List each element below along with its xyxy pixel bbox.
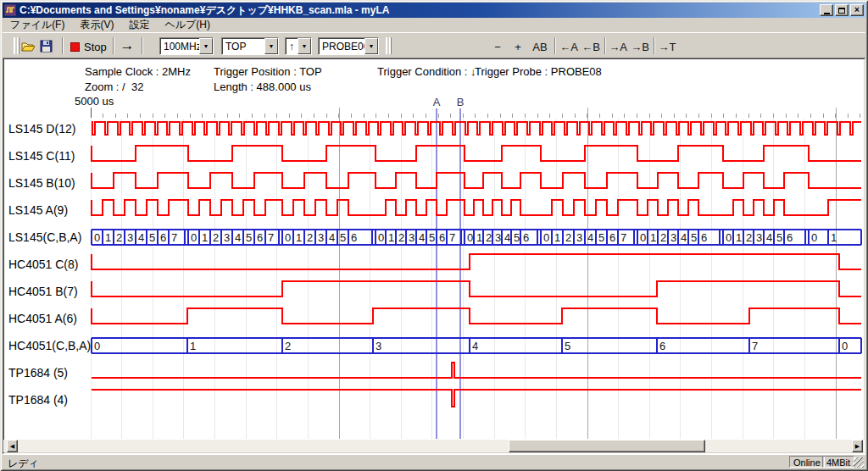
channel-label: HC4051 A(6) <box>8 310 77 327</box>
status-bar: レディ Online 4MBit <box>3 454 865 468</box>
chevron-down-icon[interactable]: ▼ <box>199 38 213 54</box>
minimize-icon <box>824 13 830 14</box>
minimize-button[interactable] <box>820 4 833 16</box>
menu-item-file[interactable]: ファイル(F) <box>3 17 72 33</box>
toolbar-separator <box>62 37 64 54</box>
channel-label: LS145 B(10) <box>8 175 75 191</box>
app-icon <box>4 4 16 16</box>
trigger-edge-combobox[interactable]: ↑ ▼ <box>285 37 312 55</box>
menu-item-settings[interactable]: 設定 <box>121 17 157 33</box>
scrollbar-thumb[interactable] <box>509 440 705 452</box>
trigger-probe-combobox[interactable]: PROBE00 ▼ <box>318 37 379 55</box>
sample-clock-info: Sample Clock : 2MHz <box>85 65 191 78</box>
status-memory-badge: 4MBit <box>822 456 854 468</box>
trigger-position-info: Trigger Position : TOP <box>214 65 322 78</box>
toolbar: Stop → 100MHz ▼ TOP ▼ ↑ ▼ PROBE00 ▼ − + … <box>3 32 865 58</box>
stop-label: Stop <box>84 41 107 53</box>
toolbar-separator <box>113 37 114 54</box>
channel-label: LS145(C,B,A) <box>8 229 81 246</box>
set-marker-a-button[interactable]: →A <box>608 38 628 55</box>
horizontal-scrollbar[interactable]: ◀ ▶ <box>3 440 865 452</box>
channel-label: HC4051(C,B,A) <box>8 337 91 354</box>
toolbar-separator <box>554 37 556 54</box>
length-info: Length : 488.000 us <box>214 80 311 93</box>
close-button[interactable]: × <box>850 4 864 16</box>
trigger-position-value: TOP <box>222 38 264 54</box>
stop-icon <box>70 42 80 52</box>
close-icon: × <box>854 6 860 14</box>
menu-bar: ファイル(F)表示(V)設定ヘルプ(H) <box>3 18 865 32</box>
sample-clock-combobox[interactable]: 100MHz ▼ <box>159 37 214 55</box>
goto-trigger-button[interactable]: →T <box>657 38 677 55</box>
waveform-client-area <box>3 58 865 454</box>
title-bar: C:¥Documents and Settings¥noname¥デスクトップ¥… <box>3 3 865 18</box>
scroll-left-button[interactable]: ◀ <box>7 440 18 452</box>
chevron-down-icon[interactable]: ▼ <box>298 38 311 54</box>
chevron-down-icon[interactable]: ▼ <box>364 38 378 54</box>
channel-label: LS145 D(12) <box>8 120 75 137</box>
scroll-left-icon: ◀ <box>10 443 14 450</box>
toolbar-separator <box>604 37 606 54</box>
floppy-disk-icon <box>40 40 53 53</box>
channel-label: TP1684 (4) <box>8 391 68 408</box>
zoom-in-button[interactable]: + <box>509 38 526 55</box>
maximize-icon <box>838 8 845 14</box>
set-marker-b-button[interactable]: →B <box>630 38 650 55</box>
channel-label: HC4051 C(8) <box>8 256 78 273</box>
scroll-right-icon: ▶ <box>855 443 860 450</box>
window-title: C:¥Documents and Settings¥noname¥デスクトップ¥… <box>19 3 818 18</box>
menu-item-view[interactable]: 表示(V) <box>72 17 121 33</box>
save-button[interactable] <box>37 38 54 54</box>
channel-label: HC4051 B(7) <box>8 283 78 300</box>
app-window: C:¥Documents and Settings¥noname¥デスクトップ¥… <box>0 0 868 471</box>
trigger-probe-value: PROBE00 <box>319 38 364 54</box>
sample-clock-value: 100MHz <box>160 38 199 54</box>
channel-label: LS145 C(11) <box>8 147 75 164</box>
status-online-badge: Online <box>789 456 825 468</box>
toolbar-separator <box>654 37 655 54</box>
chevron-down-icon[interactable]: ▼ <box>264 38 278 54</box>
ab-range-button[interactable]: AB <box>529 38 551 55</box>
open-folder-icon <box>21 41 36 53</box>
open-file-button[interactable] <box>19 38 36 54</box>
maximize-button[interactable] <box>835 4 849 16</box>
trigger-edge-value: ↑ <box>286 38 298 54</box>
run-button[interactable]: → <box>116 36 138 55</box>
trigger-position-combobox[interactable]: TOP ▼ <box>221 37 279 55</box>
stop-button[interactable]: Stop <box>70 38 107 55</box>
goto-marker-a-button[interactable]: ←A <box>559 38 579 55</box>
zoom-info: Zoom : / 32 <box>85 80 143 93</box>
timebase-label: 5000 us <box>75 95 114 108</box>
menu-item-help[interactable]: ヘルプ(H) <box>157 17 218 33</box>
resize-grip-icon[interactable] <box>854 457 864 468</box>
toolbar-grip[interactable] <box>386 37 392 54</box>
goto-marker-b-button[interactable]: ←B <box>581 38 601 55</box>
status-ready-text: レディ <box>8 457 39 471</box>
channel-label: LS145 A(9) <box>8 202 68 219</box>
scroll-right-button[interactable]: ▶ <box>852 440 863 452</box>
zoom-out-button[interactable]: − <box>489 38 506 55</box>
toolbar-grip[interactable] <box>14 37 19 54</box>
trigger-probe-info: Trigger Probe : PROBE08 <box>475 65 602 78</box>
toolbar-separator <box>142 37 143 54</box>
channel-label: TP1684 (5) <box>8 364 68 381</box>
trigger-condition-info: Trigger Condition : ↓ <box>377 65 476 78</box>
run-arrow-icon: → <box>120 37 135 54</box>
